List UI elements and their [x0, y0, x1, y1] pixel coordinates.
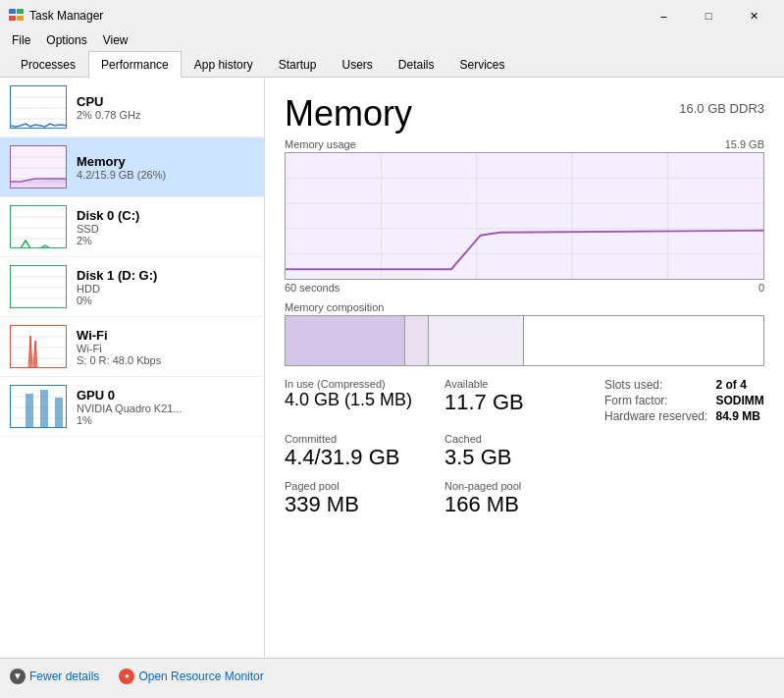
- stat-cached-label: Cached: [444, 433, 604, 445]
- memory-chart: [10, 145, 67, 188]
- cpu-detail: 2% 0.78 GHz: [77, 109, 254, 121]
- open-resource-monitor-label: Open Resource Monitor: [138, 670, 263, 683]
- tab-processes[interactable]: Processes: [8, 51, 88, 78]
- stat-available-value: 11.7 GB: [444, 390, 604, 415]
- disk0-name: Disk 0 (C:): [77, 208, 254, 223]
- stat-paged-value: 339 MB: [285, 492, 444, 517]
- tab-services[interactable]: Services: [447, 51, 518, 78]
- svg-rect-25: [26, 394, 33, 428]
- gpu-detail1: NVIDIA Quadro K21...: [77, 403, 254, 414]
- svg-marker-10: [11, 179, 67, 188]
- sidebar-item-cpu[interactable]: CPU 2% 0.78 GHz: [0, 78, 264, 137]
- task-manager-icon: [8, 8, 24, 24]
- disk0-info: Disk 0 (C:) SSD 2%: [77, 208, 254, 246]
- svg-rect-2: [9, 16, 16, 21]
- detail-panel: Memory 16.0 GB DDR3 Memory usage 15.9 GB: [265, 78, 784, 658]
- close-button[interactable]: ✕: [731, 5, 776, 27]
- sidebar-item-memory[interactable]: Memory 4.2/15.9 GB (26%): [0, 137, 264, 197]
- graph-time-start: 60 seconds: [285, 282, 340, 294]
- maximize-button[interactable]: □: [686, 5, 731, 27]
- svg-rect-28: [286, 153, 763, 279]
- composition-label: Memory composition: [285, 301, 764, 313]
- sidebar-item-gpu[interactable]: GPU 0 NVIDIA Quadro K21... 1%: [0, 377, 264, 437]
- stat-inuse-value: 4.0 GB (1.5 MB): [285, 390, 444, 410]
- gpu-name: GPU 0: [77, 388, 254, 403]
- gpu-chart: [10, 385, 67, 428]
- memory-info: Memory 4.2/15.9 GB (26%): [77, 154, 254, 181]
- gpu-info: GPU 0 NVIDIA Quadro K21... 1%: [77, 388, 254, 426]
- stat-nonpaged-value: 166 MB: [444, 492, 604, 517]
- comp-free: [524, 316, 763, 365]
- composition-bar: [285, 315, 764, 366]
- svg-rect-0: [9, 9, 16, 14]
- menu-options[interactable]: Options: [38, 31, 94, 49]
- wifi-info: Wi-Fi Wi-Fi S: 0 R: 48.0 Kbps: [77, 328, 254, 366]
- menu-view[interactable]: View: [95, 31, 136, 49]
- open-resource-monitor-link[interactable]: ● Open Resource Monitor: [119, 669, 263, 684]
- graph-time-end: 0: [758, 282, 764, 294]
- detail-subtitle: 16.0 GB DDR3: [679, 101, 764, 116]
- cpu-name: CPU: [77, 94, 254, 109]
- stats-grid: In use (Compressed) 4.0 GB (1.5 MB) Avai…: [285, 378, 764, 517]
- comp-modified: [405, 316, 429, 365]
- bottom-bar: ▼ Fewer details ● Open Resource Monitor: [0, 658, 784, 693]
- sidebar-item-disk1[interactable]: Disk 1 (D: G:) HDD 0%: [0, 257, 264, 317]
- menu-bar: File Options View: [0, 29, 784, 51]
- graph-max: 15.9 GB: [725, 138, 764, 150]
- tab-startup[interactable]: Startup: [266, 51, 330, 78]
- sidebar-item-wifi[interactable]: Wi-Fi Wi-Fi S: 0 R: 48.0 Kbps: [0, 317, 264, 377]
- disk1-detail1: HDD: [77, 283, 254, 295]
- stat-nonpaged: Non-paged pool 166 MB: [444, 480, 604, 517]
- resource-monitor-icon: ●: [119, 669, 134, 684]
- formfactor-value: SODIMM: [716, 394, 764, 407]
- menu-file[interactable]: File: [4, 31, 38, 49]
- minimize-button[interactable]: ‒: [641, 5, 686, 27]
- gpu-detail2: 1%: [77, 414, 254, 426]
- tab-app-history[interactable]: App history: [182, 51, 266, 78]
- stat-inuse: In use (Compressed) 4.0 GB (1.5 MB): [285, 378, 444, 423]
- svg-rect-3: [17, 16, 24, 21]
- hwreserved-value: 84.9 MB: [716, 409, 764, 423]
- comp-inuse: [286, 316, 405, 365]
- svg-rect-27: [55, 398, 63, 428]
- tab-performance[interactable]: Performance: [88, 51, 182, 78]
- disk1-name: Disk 1 (D: G:): [77, 268, 254, 283]
- tab-details[interactable]: Details: [386, 51, 447, 78]
- fewer-details-label: Fewer details: [29, 670, 99, 683]
- stat-committed-value: 4.4/31.9 GB: [285, 445, 444, 470]
- comp-standby: [429, 316, 524, 365]
- hwreserved-label: Hardware reserved:: [604, 409, 708, 423]
- graph-label-text: Memory usage: [285, 138, 356, 150]
- title-bar-controls: ‒ □ ✕: [641, 5, 776, 27]
- stat-available: Available 11.7 GB: [444, 378, 604, 423]
- wifi-detail2: S: 0 R: 48.0 Kbps: [77, 354, 254, 366]
- memory-name: Memory: [77, 154, 254, 169]
- wifi-name: Wi-Fi: [77, 328, 254, 343]
- cpu-info: CPU 2% 0.78 GHz: [77, 94, 254, 121]
- slots-value: 2 of 4: [716, 378, 764, 392]
- sidebar: CPU 2% 0.78 GHz Memory 4.2/15.9 GB (2: [0, 78, 265, 658]
- stat-paged-label: Paged pool: [285, 480, 444, 492]
- cpu-chart: [10, 85, 67, 129]
- stat-right: Slots used: 2 of 4 Form factor: SODIMM H…: [604, 378, 764, 423]
- fewer-details-link[interactable]: ▼ Fewer details: [10, 669, 99, 684]
- wifi-chart: [10, 325, 67, 368]
- title-bar-left: Task Manager: [8, 8, 103, 24]
- stat-inuse-label: In use (Compressed): [285, 378, 444, 390]
- stat-cached: Cached 3.5 GB: [444, 433, 604, 470]
- detail-header: Memory 16.0 GB DDR3: [285, 93, 764, 134]
- detail-title: Memory: [285, 93, 412, 134]
- title-bar-title: Task Manager: [29, 9, 103, 23]
- formfactor-label: Form factor:: [604, 394, 708, 407]
- tab-users[interactable]: Users: [329, 51, 385, 78]
- stat-paged: Paged pool 339 MB: [285, 480, 444, 517]
- disk0-detail1: SSD: [77, 223, 254, 235]
- disk0-chart: [10, 205, 67, 248]
- disk0-detail2: 2%: [77, 235, 254, 246]
- title-bar: Task Manager ‒ □ ✕: [0, 0, 784, 29]
- disk1-detail2: 0%: [77, 295, 254, 306]
- usage-graph-section: Memory usage 15.9 GB: [285, 138, 764, 294]
- sidebar-item-disk0[interactable]: Disk 0 (C:) SSD 2%: [0, 197, 264, 257]
- graph-label: Memory usage 15.9 GB: [285, 138, 764, 150]
- composition-section: Memory composition: [285, 301, 764, 366]
